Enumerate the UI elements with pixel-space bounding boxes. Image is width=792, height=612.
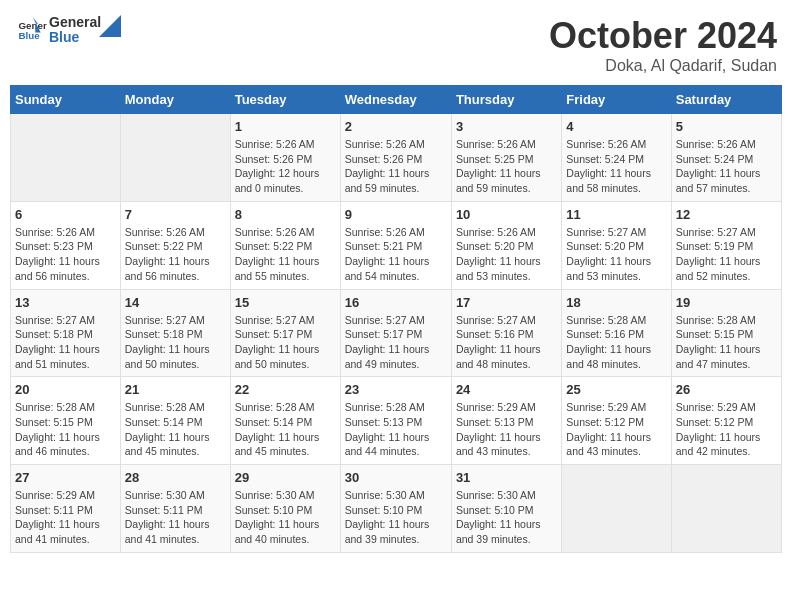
- svg-text:General: General: [19, 20, 48, 31]
- calendar-cell: 8Sunrise: 5:26 AMSunset: 5:22 PMDaylight…: [230, 201, 340, 289]
- logo: General Blue General Blue: [15, 15, 121, 46]
- day-number: 29: [235, 470, 336, 485]
- day-info: Sunrise: 5:27 AMSunset: 5:19 PMDaylight:…: [676, 225, 777, 284]
- day-info: Sunrise: 5:28 AMSunset: 5:14 PMDaylight:…: [235, 400, 336, 459]
- calendar-cell: 29Sunrise: 5:30 AMSunset: 5:10 PMDayligh…: [230, 465, 340, 553]
- calendar-cell: 31Sunrise: 5:30 AMSunset: 5:10 PMDayligh…: [451, 465, 561, 553]
- day-number: 22: [235, 382, 336, 397]
- calendar-cell: 23Sunrise: 5:28 AMSunset: 5:13 PMDayligh…: [340, 377, 451, 465]
- calendar-cell: [671, 465, 781, 553]
- calendar-cell: 11Sunrise: 5:27 AMSunset: 5:20 PMDayligh…: [562, 201, 671, 289]
- day-number: 17: [456, 295, 557, 310]
- logo-icon: General Blue: [17, 15, 47, 45]
- calendar-cell: 27Sunrise: 5:29 AMSunset: 5:11 PMDayligh…: [11, 465, 121, 553]
- calendar-week-4: 27Sunrise: 5:29 AMSunset: 5:11 PMDayligh…: [11, 465, 782, 553]
- weekday-header-saturday: Saturday: [671, 86, 781, 114]
- calendar-cell: 4Sunrise: 5:26 AMSunset: 5:24 PMDaylight…: [562, 114, 671, 202]
- day-number: 10: [456, 207, 557, 222]
- day-info: Sunrise: 5:26 AMSunset: 5:26 PMDaylight:…: [345, 137, 447, 196]
- weekday-header-thursday: Thursday: [451, 86, 561, 114]
- weekday-header-monday: Monday: [120, 86, 230, 114]
- day-number: 19: [676, 295, 777, 310]
- day-number: 28: [125, 470, 226, 485]
- title-area: October 2024 Doka, Al Qadarif, Sudan: [549, 15, 777, 75]
- day-info: Sunrise: 5:27 AMSunset: 5:18 PMDaylight:…: [15, 313, 116, 372]
- day-info: Sunrise: 5:26 AMSunset: 5:25 PMDaylight:…: [456, 137, 557, 196]
- location: Doka, Al Qadarif, Sudan: [549, 57, 777, 75]
- day-info: Sunrise: 5:29 AMSunset: 5:12 PMDaylight:…: [676, 400, 777, 459]
- weekday-header-tuesday: Tuesday: [230, 86, 340, 114]
- day-info: Sunrise: 5:27 AMSunset: 5:18 PMDaylight:…: [125, 313, 226, 372]
- day-number: 20: [15, 382, 116, 397]
- calendar-cell: 16Sunrise: 5:27 AMSunset: 5:17 PMDayligh…: [340, 289, 451, 377]
- svg-marker-3: [99, 15, 121, 37]
- day-info: Sunrise: 5:26 AMSunset: 5:23 PMDaylight:…: [15, 225, 116, 284]
- calendar-cell: 10Sunrise: 5:26 AMSunset: 5:20 PMDayligh…: [451, 201, 561, 289]
- day-info: Sunrise: 5:27 AMSunset: 5:16 PMDaylight:…: [456, 313, 557, 372]
- day-info: Sunrise: 5:27 AMSunset: 5:17 PMDaylight:…: [235, 313, 336, 372]
- day-number: 23: [345, 382, 447, 397]
- calendar-cell: 26Sunrise: 5:29 AMSunset: 5:12 PMDayligh…: [671, 377, 781, 465]
- day-info: Sunrise: 5:30 AMSunset: 5:11 PMDaylight:…: [125, 488, 226, 547]
- day-number: 9: [345, 207, 447, 222]
- calendar: SundayMondayTuesdayWednesdayThursdayFrid…: [10, 85, 782, 553]
- day-number: 8: [235, 207, 336, 222]
- day-info: Sunrise: 5:29 AMSunset: 5:11 PMDaylight:…: [15, 488, 116, 547]
- day-info: Sunrise: 5:26 AMSunset: 5:21 PMDaylight:…: [345, 225, 447, 284]
- calendar-cell: [120, 114, 230, 202]
- day-number: 2: [345, 119, 447, 134]
- day-number: 12: [676, 207, 777, 222]
- calendar-cell: 13Sunrise: 5:27 AMSunset: 5:18 PMDayligh…: [11, 289, 121, 377]
- day-info: Sunrise: 5:28 AMSunset: 5:16 PMDaylight:…: [566, 313, 666, 372]
- day-info: Sunrise: 5:26 AMSunset: 5:22 PMDaylight:…: [125, 225, 226, 284]
- day-info: Sunrise: 5:30 AMSunset: 5:10 PMDaylight:…: [345, 488, 447, 547]
- day-info: Sunrise: 5:28 AMSunset: 5:15 PMDaylight:…: [676, 313, 777, 372]
- day-info: Sunrise: 5:26 AMSunset: 5:24 PMDaylight:…: [676, 137, 777, 196]
- day-info: Sunrise: 5:26 AMSunset: 5:20 PMDaylight:…: [456, 225, 557, 284]
- day-info: Sunrise: 5:28 AMSunset: 5:14 PMDaylight:…: [125, 400, 226, 459]
- calendar-cell: 3Sunrise: 5:26 AMSunset: 5:25 PMDaylight…: [451, 114, 561, 202]
- day-number: 25: [566, 382, 666, 397]
- day-number: 30: [345, 470, 447, 485]
- day-number: 1: [235, 119, 336, 134]
- logo-arrow-icon: [99, 15, 121, 37]
- weekday-header-row: SundayMondayTuesdayWednesdayThursdayFrid…: [11, 86, 782, 114]
- weekday-header-friday: Friday: [562, 86, 671, 114]
- calendar-cell: 7Sunrise: 5:26 AMSunset: 5:22 PMDaylight…: [120, 201, 230, 289]
- calendar-cell: 21Sunrise: 5:28 AMSunset: 5:14 PMDayligh…: [120, 377, 230, 465]
- day-info: Sunrise: 5:26 AMSunset: 5:26 PMDaylight:…: [235, 137, 336, 196]
- day-number: 14: [125, 295, 226, 310]
- logo-general-text: General: [49, 15, 101, 30]
- calendar-cell: 15Sunrise: 5:27 AMSunset: 5:17 PMDayligh…: [230, 289, 340, 377]
- calendar-cell: 22Sunrise: 5:28 AMSunset: 5:14 PMDayligh…: [230, 377, 340, 465]
- calendar-cell: 14Sunrise: 5:27 AMSunset: 5:18 PMDayligh…: [120, 289, 230, 377]
- calendar-cell: 24Sunrise: 5:29 AMSunset: 5:13 PMDayligh…: [451, 377, 561, 465]
- day-number: 18: [566, 295, 666, 310]
- weekday-header-wednesday: Wednesday: [340, 86, 451, 114]
- calendar-cell: 19Sunrise: 5:28 AMSunset: 5:15 PMDayligh…: [671, 289, 781, 377]
- calendar-cell: 18Sunrise: 5:28 AMSunset: 5:16 PMDayligh…: [562, 289, 671, 377]
- day-info: Sunrise: 5:26 AMSunset: 5:24 PMDaylight:…: [566, 137, 666, 196]
- calendar-cell: [562, 465, 671, 553]
- day-number: 3: [456, 119, 557, 134]
- day-number: 5: [676, 119, 777, 134]
- calendar-week-1: 6Sunrise: 5:26 AMSunset: 5:23 PMDaylight…: [11, 201, 782, 289]
- day-number: 26: [676, 382, 777, 397]
- logo-blue-text: Blue: [49, 30, 101, 45]
- calendar-cell: 25Sunrise: 5:29 AMSunset: 5:12 PMDayligh…: [562, 377, 671, 465]
- calendar-cell: 2Sunrise: 5:26 AMSunset: 5:26 PMDaylight…: [340, 114, 451, 202]
- calendar-cell: 5Sunrise: 5:26 AMSunset: 5:24 PMDaylight…: [671, 114, 781, 202]
- day-info: Sunrise: 5:30 AMSunset: 5:10 PMDaylight:…: [235, 488, 336, 547]
- calendar-cell: 9Sunrise: 5:26 AMSunset: 5:21 PMDaylight…: [340, 201, 451, 289]
- calendar-cell: 17Sunrise: 5:27 AMSunset: 5:16 PMDayligh…: [451, 289, 561, 377]
- day-info: Sunrise: 5:30 AMSunset: 5:10 PMDaylight:…: [456, 488, 557, 547]
- day-number: 24: [456, 382, 557, 397]
- day-number: 13: [15, 295, 116, 310]
- calendar-cell: 12Sunrise: 5:27 AMSunset: 5:19 PMDayligh…: [671, 201, 781, 289]
- day-info: Sunrise: 5:28 AMSunset: 5:15 PMDaylight:…: [15, 400, 116, 459]
- calendar-cell: 30Sunrise: 5:30 AMSunset: 5:10 PMDayligh…: [340, 465, 451, 553]
- day-info: Sunrise: 5:26 AMSunset: 5:22 PMDaylight:…: [235, 225, 336, 284]
- day-info: Sunrise: 5:29 AMSunset: 5:12 PMDaylight:…: [566, 400, 666, 459]
- day-number: 4: [566, 119, 666, 134]
- calendar-cell: 1Sunrise: 5:26 AMSunset: 5:26 PMDaylight…: [230, 114, 340, 202]
